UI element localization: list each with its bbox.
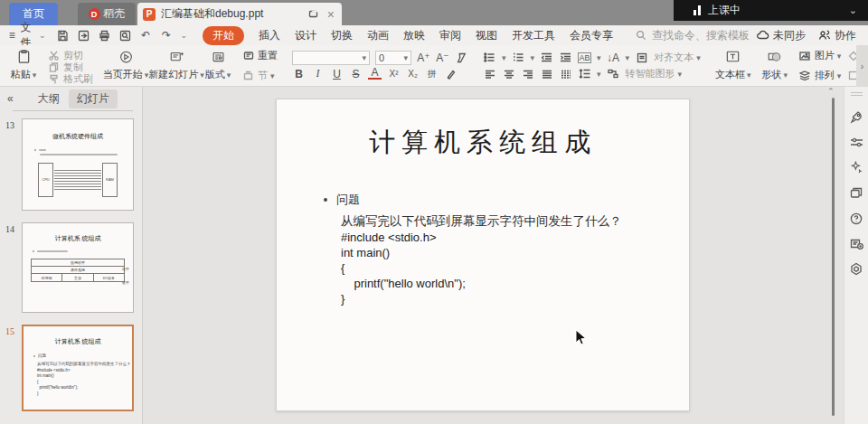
align-left-icon[interactable]: [483, 67, 496, 80]
align-center-icon[interactable]: [502, 67, 515, 80]
layout-icon: [212, 50, 225, 63]
superscript-button[interactable]: X²: [387, 69, 401, 79]
canvas-scrollbar[interactable]: [832, 98, 835, 416]
align-right-icon[interactable]: [521, 67, 534, 80]
tab-animation[interactable]: 动画: [367, 28, 389, 43]
current-slide[interactable]: 计算机系统组成 问题 从编写完以下代码到屏幕显示字符中间发生了什么？ #incl…: [276, 99, 690, 411]
section-button[interactable]: 节▾: [241, 70, 278, 81]
paste-button[interactable]: 粘贴▾: [5, 48, 42, 83]
bold-button[interactable]: B: [292, 68, 306, 80]
bullet-list-icon[interactable]: [483, 51, 496, 64]
text-orientation-button[interactable]: ↓A: [607, 52, 620, 64]
quick-access-toolbar: ↶ ↷ ⌄: [56, 29, 188, 42]
cloud-sync-icon: [756, 29, 769, 42]
tab-view[interactable]: 视图: [476, 28, 497, 43]
print-icon[interactable]: [98, 29, 111, 42]
increase-indent-icon[interactable]: [559, 51, 572, 64]
presenter-status-label: 上课中: [708, 3, 741, 18]
font-color-button[interactable]: A: [368, 68, 382, 80]
help-icon[interactable]: [850, 212, 863, 225]
strikethrough-button[interactable]: S: [349, 68, 363, 80]
command-search[interactable]: 查找命令、搜索模板: [634, 28, 750, 43]
tab-review[interactable]: 审阅: [439, 28, 461, 43]
slide-layout-button[interactable]: 版式▾: [200, 48, 236, 83]
thumb-code: 从编写完以下代码到屏幕显示字符中间发生了什么？ #include <stdio.…: [37, 362, 127, 397]
outline-tab[interactable]: 大纲: [38, 91, 60, 107]
line-spacing-icon[interactable]: [578, 67, 591, 80]
slide-question-text[interactable]: 从编写完以下代码到屏幕显示字符中间发生了什么？: [341, 213, 622, 230]
slide-bullet[interactable]: 问题: [324, 192, 360, 208]
subscript-button[interactable]: X₂: [406, 69, 420, 79]
new-tab-button[interactable]: +: [311, 4, 319, 20]
arrange-button[interactable]: 排列▾: [798, 70, 842, 81]
collaborate-button[interactable]: 协作: [817, 28, 856, 43]
justify-icon[interactable]: [540, 67, 553, 80]
increase-font-icon[interactable]: A⁺: [417, 52, 430, 64]
undo-icon[interactable]: ↶: [139, 29, 153, 42]
courseware-icon[interactable]: [850, 237, 863, 250]
slide-thumbnail-13[interactable]: 13 微机系统硬件组成 CPU RAM: [22, 118, 135, 211]
slide-code-block[interactable]: #include <stdio.h> int main() { printf("…: [341, 230, 466, 306]
distribute-icon[interactable]: [559, 67, 572, 80]
tab-membership[interactable]: 会员专享: [570, 28, 613, 43]
rocket-tool-icon[interactable]: [850, 110, 863, 124]
tab-close-icon[interactable]: ×: [326, 7, 336, 22]
window-copy-icon[interactable]: [850, 186, 863, 200]
chevron-down-icon[interactable]: ⌄: [849, 5, 857, 16]
slide-thumbnail-15[interactable]: 15 计算机系 统组成 问题 从编写完以下代码到屏幕显示字符中间发生了什么？ #…: [22, 325, 135, 411]
print-preview-icon[interactable]: [118, 29, 132, 42]
play-from-current-button[interactable]: 当页开始▾: [108, 48, 144, 83]
shapes-button[interactable]: 形状▾: [757, 48, 793, 83]
slide-panel: « 大纲 幻灯片 13 微机系统硬件组成 CPU RAM: [0, 87, 143, 424]
tab-home[interactable]: 开始: [203, 26, 244, 45]
collapse-panel-icon[interactable]: «: [7, 92, 14, 105]
font-family-select[interactable]: ▾: [292, 51, 370, 65]
decrease-font-icon[interactable]: A⁻: [436, 52, 449, 64]
slide-canvas[interactable]: 计算机系统组成 问题 从编写完以下代码到屏幕显示字符中间发生了什么？ #incl…: [144, 87, 843, 424]
picture-button[interactable]: 图片▾: [798, 50, 842, 61]
italic-button[interactable]: I: [311, 67, 325, 80]
clear-format-icon[interactable]: [455, 51, 468, 64]
clipboard-icon: [17, 50, 31, 63]
picture-icon: [798, 49, 812, 62]
sync-status[interactable]: 未同步: [756, 28, 806, 43]
wps-ppt-icon: P: [143, 8, 156, 21]
to-smart-art-icon[interactable]: [607, 67, 620, 80]
underline-button[interactable]: U: [330, 68, 344, 80]
tab-design[interactable]: 设计: [295, 28, 316, 43]
numbered-list-icon[interactable]: [512, 51, 525, 64]
tab-devtools[interactable]: 开发工具: [512, 28, 555, 43]
scroll-up-icon[interactable]: ⌃: [827, 87, 835, 96]
save-icon[interactable]: [56, 29, 70, 42]
effects-wand-icon[interactable]: [850, 161, 863, 174]
menu-right-actions: 未同步 协作 分享 ⋮ ⌃: [756, 28, 868, 43]
reset-slide-button[interactable]: 重置: [241, 50, 278, 61]
slide-thumbnail-14[interactable]: 14 计算机系 统组成 应用软件 操作系统 处理器 主存 I/O设备: [22, 222, 135, 313]
docer-tab[interactable]: D 稻壳: [78, 3, 136, 25]
adjust-sliders-icon[interactable]: [850, 136, 863, 149]
tab-insert[interactable]: 插入: [259, 28, 280, 43]
qat-more-icon[interactable]: ⌄: [181, 31, 188, 40]
rail-grip: [851, 92, 863, 97]
play-circle-icon: [119, 50, 133, 63]
decrease-indent-icon[interactable]: [540, 51, 553, 64]
task-pane-handle[interactable]: ›: [856, 45, 868, 87]
text-box-button[interactable]: 文本框▾: [715, 48, 751, 83]
align-text-icon[interactable]: [635, 51, 648, 64]
highlight-color-icon[interactable]: [444, 67, 458, 80]
to-smart-art-button[interactable]: 转智能图形▾: [626, 68, 683, 80]
text-direction-button[interactable]: AB: [578, 52, 591, 63]
new-slide-button[interactable]: 新建幻灯片▾: [158, 48, 194, 83]
slide-title[interactable]: 计算机系统组成: [277, 125, 689, 161]
phonetic-guide-button[interactable]: 拼: [425, 68, 439, 80]
tab-transition[interactable]: 切换: [331, 28, 353, 43]
tab-slideshow[interactable]: 放映: [403, 28, 425, 43]
format-painter-button[interactable]: 格式刷: [47, 73, 93, 85]
resources-icon[interactable]: [850, 262, 863, 276]
slides-tab[interactable]: 幻灯片: [69, 90, 118, 108]
font-size-select[interactable]: 0▾: [375, 51, 411, 65]
slide-number: 13: [5, 120, 14, 130]
output-icon[interactable]: [77, 29, 90, 42]
presenter-status-bar[interactable]: 上课中 ⌄: [674, 0, 868, 21]
redo-icon[interactable]: ↷: [160, 29, 174, 42]
